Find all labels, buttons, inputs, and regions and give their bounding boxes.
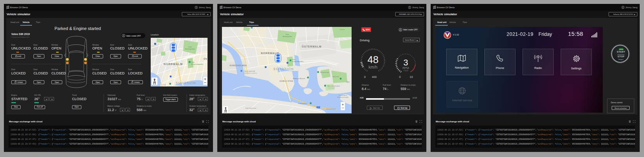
svg-text:Kungsträdgården: Kungsträdgården: [292, 61, 303, 62]
svg-text:Stockholms stadshus: Stockholms stadshus: [244, 72, 257, 74]
svg-text:KUNGSHOLMEN: KUNGSHOLMEN: [230, 65, 247, 67]
svg-text:Kungsträdgården: Kungsträdgården: [191, 63, 203, 65]
svg-text:Skansen: Skansen: [333, 76, 339, 78]
svg-text:Söder Mälarstrand: Söder Mälarstrand: [245, 108, 256, 109]
svg-text:Humlegården: Humlegården: [283, 35, 292, 37]
svg-text:Gröna Lund: Gröna Lund: [327, 87, 335, 89]
svg-text:Fotografiska: Fotografiska: [298, 102, 308, 104]
svg-text:277: 277: [317, 107, 320, 108]
svg-text:Stockholm: Stockholm: [176, 81, 196, 85]
svg-text:ÖSTERMALM: ÖSTERMALM: [302, 45, 322, 48]
svg-text:City or town hall: City or town hall: [244, 70, 255, 72]
svg-text:r hall: r hall: [162, 84, 166, 86]
svg-text:Teknisk: Teknisk: [340, 28, 345, 30]
svg-text:Stadsgårdskajen: Stadsgårdskajen: [326, 108, 336, 110]
svg-text:GAMLA STAN: GAMLA STAN: [280, 80, 293, 82]
svg-text:ÖS: ÖS: [204, 58, 207, 60]
svg-text:Vasamuseet: Vasamuseet: [320, 71, 329, 73]
svg-text:Amusement park: Amusement park: [327, 85, 340, 87]
svg-text:Waldemarsudde: Waldemarsudde: [337, 96, 349, 98]
svg-text:NORRMALM: NORRMALM: [164, 63, 183, 65]
svg-text:Park: Park: [292, 59, 295, 60]
svg-text:Moderna Museet: Moderna Museet: [293, 78, 305, 79]
svg-text:Humlegården: Humlegården: [185, 48, 195, 50]
svg-text:Djur: Djur: [347, 81, 350, 83]
svg-text:Stockholm: Stockholm: [273, 67, 294, 71]
